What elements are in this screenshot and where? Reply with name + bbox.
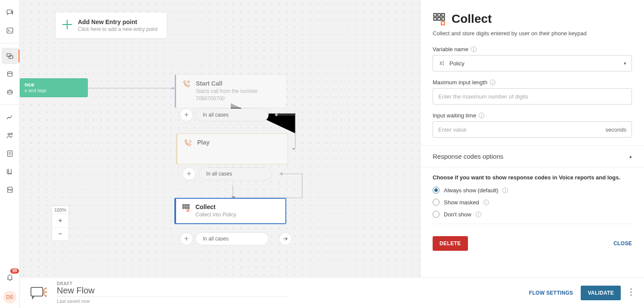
rail-item-flow[interactable] (2, 48, 18, 64)
delete-button[interactable]: DELETE (433, 236, 468, 251)
footer-bar: DRAFT New Flow Last saved now FLOW SETTI… (20, 277, 644, 308)
radio-icon (433, 199, 440, 206)
entry-node-partial[interactable]: nce s and tags (20, 78, 88, 97)
svg-rect-24 (438, 14, 440, 16)
svg-rect-16 (183, 205, 184, 206)
zoom-in-button[interactable]: + (52, 214, 68, 227)
node-title: Collect (195, 203, 236, 210)
max-input-label: Maximum input lengthi (433, 79, 632, 86)
svg-rect-21 (188, 207, 189, 208)
more-menu-button[interactable] (629, 288, 634, 298)
close-button[interactable]: CLOSE (613, 240, 632, 246)
svg-rect-27 (438, 18, 440, 20)
info-icon[interactable]: i (490, 80, 495, 85)
svg-point-12 (10, 133, 12, 135)
chevron-down-icon: ▾ (624, 61, 626, 66)
info-icon[interactable]: i (479, 113, 484, 118)
user-avatar[interactable]: DS (3, 291, 16, 304)
svg-rect-4 (7, 28, 13, 33)
svg-point-35 (630, 291, 632, 293)
node-collect[interactable]: Collect Collect into Policy (174, 198, 286, 224)
rail-item-people[interactable] (2, 127, 18, 144)
branch-pill[interactable]: In all cases (195, 108, 269, 121)
max-input-field-wrap (433, 88, 632, 105)
info-icon[interactable]: i (476, 212, 481, 217)
branch-pill[interactable]: In all cases (199, 167, 272, 180)
zoom-out-button[interactable]: − (52, 227, 68, 240)
add-branch-button[interactable]: + (180, 232, 193, 245)
entry-subtitle: Click here to add a new entry point (78, 26, 158, 32)
dots-vertical-icon (630, 288, 632, 296)
rail-item-store[interactable] (2, 182, 18, 198)
rail-item-analytics[interactable] (2, 109, 18, 126)
svg-rect-30 (31, 287, 43, 296)
rail-item-bookmark[interactable] (2, 163, 18, 180)
info-icon[interactable]: i (471, 46, 477, 52)
plus-icon (62, 20, 72, 29)
rail-item-messages[interactable] (2, 4, 18, 21)
svg-point-10 (10, 92, 11, 92)
validate-button[interactable]: VALIDATE (581, 286, 621, 300)
entry-node-title: nce (25, 81, 83, 88)
store-icon (6, 186, 14, 194)
bookmark-icon (6, 168, 14, 176)
rail-item-doc[interactable] (2, 145, 18, 162)
node-play[interactable]: Play (176, 133, 288, 164)
flow-icon (6, 52, 14, 60)
waiting-time-field-wrap: seconds (433, 121, 632, 138)
terminal-icon (6, 27, 14, 34)
rail-item-package[interactable] (2, 66, 18, 82)
response-codes-help: Choose if you want to show response code… (433, 174, 632, 181)
response-codes-toggle[interactable]: Response codes options ▴ (421, 146, 644, 167)
svg-point-34 (630, 288, 632, 290)
rail-item-notifications[interactable]: 99 (2, 269, 18, 286)
svg-rect-19 (183, 207, 184, 208)
rail-item-bot[interactable] (2, 84, 18, 100)
branch-label: In all cases (203, 112, 229, 118)
node-title: Play (197, 139, 210, 146)
call-out-icon (182, 80, 191, 89)
radio-icon (433, 187, 440, 194)
add-branch-button[interactable]: + (183, 167, 195, 180)
flow-canvas[interactable]: Add New Entry point Click here to add a … (20, 0, 420, 308)
radio-show-masked[interactable]: Show masked i (433, 199, 632, 206)
svg-rect-18 (188, 205, 189, 206)
add-entry-point-card[interactable]: Add New Entry point Click here to add a … (55, 12, 167, 39)
add-branch-button[interactable]: + (180, 108, 193, 121)
info-icon[interactable]: i (483, 200, 489, 205)
left-nav-rail: 99 DS (0, 0, 20, 308)
side-panel: Collect Collect and store digits entered… (420, 0, 644, 308)
node-start-call[interactable]: Start Call Starts call from the number 7… (175, 74, 287, 108)
branch-pill[interactable]: In all cases (195, 232, 269, 245)
branch-continue-button[interactable] (279, 232, 292, 245)
keypad-icon (433, 12, 446, 25)
rail-item-terminal[interactable] (2, 22, 18, 39)
people-icon (6, 132, 14, 139)
svg-point-3 (12, 13, 13, 14)
radio-dont-show[interactable]: Don't show i (433, 211, 632, 218)
svg-point-14 (275, 114, 278, 116)
waiting-time-field[interactable] (438, 126, 606, 133)
max-input-field[interactable] (438, 93, 626, 100)
node-subtitle: Starts call from the number 7080700700 (196, 88, 280, 102)
keypad-icon (182, 203, 190, 212)
svg-rect-28 (442, 18, 444, 20)
bot-icon (6, 88, 14, 96)
info-icon[interactable]: i (502, 188, 508, 193)
svg-rect-23 (434, 14, 437, 16)
message-icon (6, 9, 14, 16)
radio-label: Always show (default) (444, 187, 498, 194)
phone-sound-icon (183, 139, 192, 148)
flow-title[interactable]: New Flow (57, 286, 289, 296)
panel-title: Collect (452, 12, 492, 26)
branch-label: In all cases (206, 171, 232, 177)
flow-settings-button[interactable]: FLOW SETTINGS (529, 290, 573, 296)
radio-always-show[interactable]: Always show (default) i (433, 187, 632, 194)
radio-label: Show masked (444, 199, 479, 206)
variable-name-select[interactable]: Policy ▾ (433, 55, 632, 71)
svg-point-36 (630, 294, 632, 296)
svg-rect-29 (441, 22, 445, 25)
variable-name-value: Policy (449, 60, 464, 67)
svg-rect-8 (7, 90, 12, 94)
entry-title: Add New Entry point (78, 18, 158, 25)
